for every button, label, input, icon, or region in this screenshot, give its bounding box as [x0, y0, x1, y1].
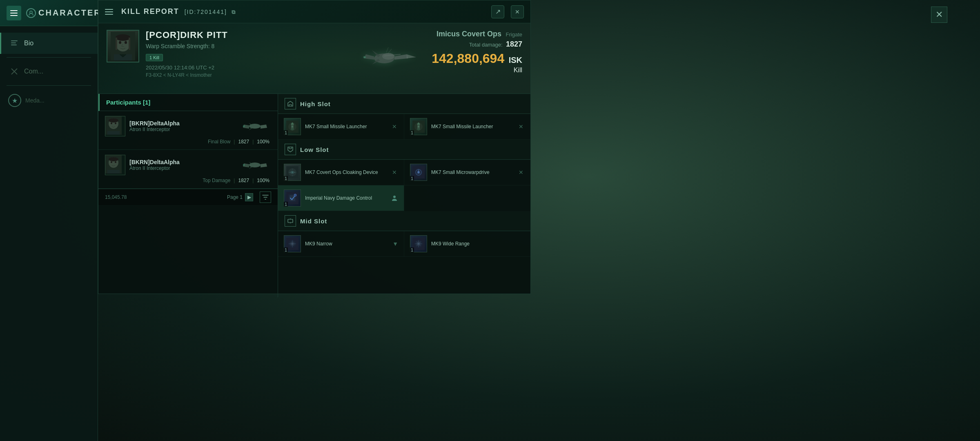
svg-point-0: [30, 11, 32, 13]
missile-2-remove[interactable]: ✕: [517, 123, 525, 130]
combat-icon: [9, 67, 19, 76]
participant-2-stat-label: Top Damage: [203, 178, 230, 183]
victim-avatar: [107, 30, 139, 62]
svg-point-32: [111, 161, 112, 163]
filter-button[interactable]: [260, 192, 271, 203]
copy-icon[interactable]: ⧉: [232, 9, 236, 15]
external-link-button[interactable]: ↗: [491, 5, 504, 18]
page-label: Page 1: [227, 194, 243, 200]
participant-row[interactable]: [BKRN]DeltaAlpha Atron II Interceptor: [98, 111, 278, 150]
svg-point-61: [294, 194, 296, 196]
mid-slot-icon: [285, 215, 296, 227]
mk9-wide-qty: 1: [410, 247, 414, 252]
low-slot-items: 1 MK7 Covert Ops Cloaking Device ✕: [278, 160, 530, 211]
bio-menu-icon: [9, 38, 19, 48]
svg-point-16: [382, 53, 394, 60]
kill-date: 2022/05/30 12:14:06 UTC +2: [146, 65, 337, 71]
damage-control-name: Imperial Navy Damage Control: [305, 195, 387, 202]
svg-point-18: [364, 57, 365, 58]
sidebar-item-combat[interactable]: Com...: [0, 61, 98, 82]
mk9-wide-name: MK9 Wide Range: [431, 241, 525, 247]
kill-report-hamburger[interactable]: [105, 6, 116, 18]
participant-2-ship: Atron II Interceptor: [129, 165, 180, 171]
mwd-qty: 1: [410, 176, 414, 181]
content-split: Participants [1]: [98, 94, 530, 297]
kill-summary: Imicus Covert Ops Frigate Total damage: …: [432, 30, 522, 74]
cloak-device-name: MK7 Covert Ops Cloaking Device: [305, 169, 387, 176]
sidebar-item-medals[interactable]: ★ Meda...: [0, 89, 98, 112]
fit-item-microwarpdrive[interactable]: 1 MK7 Small Microwarpdrive ✕: [404, 160, 530, 185]
divider-1: |: [234, 139, 235, 145]
kill-report-panel: KILL REPORT [ID:7201441] ⧉ ↗ ✕: [98, 0, 531, 294]
svg-point-24: [111, 122, 112, 124]
svg-rect-41: [291, 129, 294, 130]
participant-1-avatar: [105, 116, 125, 136]
svg-point-25: [115, 122, 116, 124]
cloak-qty: 1: [284, 176, 288, 181]
total-damage-label: Total damage:: [469, 42, 503, 48]
fit-item-cloak[interactable]: 1 MK7 Covert Ops Cloaking Device ✕: [278, 160, 404, 185]
microwarpdrive-name: MK7 Small Microwarpdrive: [431, 169, 513, 176]
victim-ship-display: [343, 30, 425, 87]
cloak-remove[interactable]: ✕: [391, 169, 398, 176]
pagination: Page 1 ▶: [227, 193, 253, 201]
damage-control-person-icon: [391, 194, 398, 202]
main-window-close-button[interactable]: ✕: [931, 7, 947, 23]
svg-rect-47: [417, 129, 420, 130]
participants-header: Participants [1]: [98, 94, 278, 111]
svg-rect-34: [107, 170, 120, 174]
participant-1-stat-value1: 1827: [238, 139, 249, 145]
high-slot-icon: [285, 98, 296, 109]
missile-launcher-1-name: MK7 Small Missile Launcher: [305, 123, 387, 130]
participant-top-2: [BKRN]DeltaAlpha Atron II Interceptor: [105, 155, 271, 175]
sidebar-item-bio[interactable]: Bio: [0, 33, 98, 54]
participant-1-stat-value2: 100%: [257, 139, 270, 145]
svg-point-36: [243, 164, 245, 166]
participant-2-avatar: [105, 155, 125, 175]
ship-class: Imicus Covert Ops: [437, 30, 501, 38]
medal-icon: ★: [8, 94, 21, 107]
svg-rect-12: [116, 38, 117, 50]
fit-item-missile-2[interactable]: 1 MK7 Small Missile Launcher ✕: [404, 114, 530, 140]
svg-point-31: [109, 157, 118, 161]
fit-item-damage-control[interactable]: 1 Imperial Navy Damage Control: [278, 185, 404, 211]
hero-section: [PCOR]DIRK PITT Warp Scramble Strength: …: [98, 23, 530, 94]
svg-rect-1: [11, 40, 18, 41]
svg-point-48: [418, 126, 419, 127]
svg-point-33: [115, 161, 116, 163]
participant-1-bottom: Final Blow | 1827 | 100%: [105, 139, 271, 145]
fit-panel: High Slot 1: [278, 94, 530, 297]
sidebar-hamburger[interactable]: [7, 6, 21, 20]
participant-top-1: [BKRN]DeltaAlpha Atron II Interceptor: [105, 116, 271, 136]
kill-report-header: KILL REPORT [ID:7201441] ⧉ ↗ ✕: [98, 0, 530, 23]
mk9-narrow-scroll[interactable]: ▼: [392, 241, 398, 247]
avatar-face: [107, 31, 138, 62]
participant-row-2[interactable]: [BKRN]DeltaAlpha Atron II Interceptor: [98, 150, 278, 189]
bottom-amount: 15,045.78: [105, 194, 127, 200]
svg-rect-13: [129, 38, 130, 50]
svg-rect-2: [11, 42, 16, 43]
svg-rect-63: [288, 219, 293, 223]
participant-2-ship-img: [238, 155, 271, 175]
sidebar-item-combat-label: Com...: [24, 68, 43, 75]
fit-item-mk9-narrow[interactable]: 1 MK9 Narrow ▼: [278, 231, 404, 257]
close-button[interactable]: ✕: [511, 5, 524, 18]
missile-launcher-2-name: MK7 Small Missile Launcher: [431, 123, 513, 130]
mk9-narrow-qty: 1: [284, 247, 288, 252]
kill-location: F3-8X2 < N-LY4R < Insmother: [146, 72, 337, 78]
low-slot-header: Low Slot: [278, 140, 530, 160]
fit-item-mk9-wide[interactable]: 1 MK9 Wide Range: [404, 231, 530, 257]
participant-2-stat-value2: 100%: [257, 178, 270, 183]
svg-point-23: [109, 118, 118, 122]
missile-1-remove[interactable]: ✕: [391, 123, 398, 130]
kill-type: Kill: [432, 67, 522, 74]
next-page-button[interactable]: ▶: [245, 193, 253, 201]
participant-2-info: [BKRN]DeltaAlpha Atron II Interceptor: [129, 159, 180, 171]
fit-item-missile-1[interactable]: 1 MK7 Small Missile Launcher ✕: [278, 114, 404, 140]
svg-point-28: [243, 125, 245, 127]
mwd-remove[interactable]: ✕: [517, 169, 525, 176]
damage-control-qty: 1: [284, 202, 288, 207]
sidebar-header: CHARACTER: [0, 0, 98, 26]
participant-1-stat-label: Final Blow: [208, 139, 230, 145]
divider-3: |: [234, 178, 235, 183]
